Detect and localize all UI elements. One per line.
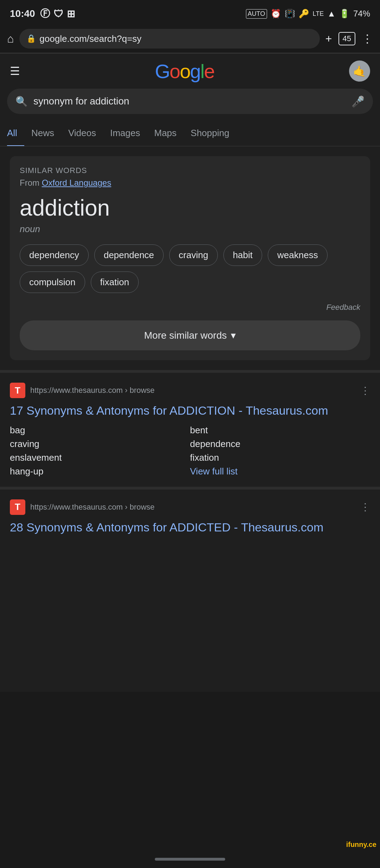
status-right-icons: AUTO ⏰ 📳 🔑 LTE ▲ 🔋 74% — [246, 9, 370, 19]
synonym-chip-dependence[interactable]: dependence — [94, 244, 164, 266]
shield-icon: 🛡 — [53, 8, 63, 20]
result-menu-icon-1[interactable]: ⋮ — [360, 385, 370, 396]
alarm-icon: ⏰ — [271, 9, 281, 19]
view-full-list-link[interactable]: View full list — [190, 466, 370, 477]
result-title-2[interactable]: 28 Synonyms & Antonyms for ADDICTED - Th… — [10, 519, 370, 536]
result-favicon-1: T — [10, 383, 25, 398]
more-similar-words-button[interactable]: More similar words ▾ — [20, 320, 360, 350]
result-source-2: T https://www.thesaurus.com › browse ⋮ — [10, 499, 370, 515]
preview-fixation[interactable]: fixation — [190, 452, 370, 463]
synonym-chip-habit[interactable]: habit — [223, 244, 262, 266]
home-icon[interactable]: ⌂ — [7, 32, 14, 45]
preview-hangup[interactable]: hang-up — [10, 466, 190, 477]
synonym-chip-weakness[interactable]: weakness — [268, 244, 328, 266]
tab-all[interactable]: All — [7, 121, 24, 146]
preview-craving[interactable]: craving — [10, 439, 190, 449]
hamburger-menu-icon[interactable]: ☰ — [10, 64, 20, 78]
app-icon: ⊞ — [67, 8, 75, 20]
tab-images[interactable]: Images — [103, 121, 147, 146]
chevron-down-icon: ▾ — [231, 330, 236, 341]
facebook-icon: Ⓕ — [40, 7, 50, 20]
result-url-2: https://www.thesaurus.com › browse — [30, 503, 360, 512]
avatar[interactable]: 🤙 — [349, 60, 370, 82]
result-2-content-placeholder — [10, 541, 370, 682]
browser-bar: ⌂ 🔒 google.com/search?q=sy + 45 ⋮ — [0, 25, 380, 53]
vibrate-icon: 📳 — [285, 9, 295, 19]
word-title: addiction — [20, 195, 360, 221]
result-favicon-2: T — [10, 499, 25, 515]
more-words-label: More similar words — [144, 330, 227, 341]
tab-videos[interactable]: Videos — [61, 121, 103, 146]
search-bar[interactable]: 🔍 synonym for addiction 🎤 — [7, 89, 373, 114]
tab-news[interactable]: News — [24, 121, 61, 146]
bottom-navigation-bar — [0, 850, 380, 868]
address-bar[interactable]: 🔒 google.com/search?q=sy — [19, 29, 320, 49]
lte-icon: LTE — [313, 10, 324, 18]
preview-bag[interactable]: bag — [10, 425, 190, 436]
lock-icon: 🔒 — [26, 34, 36, 43]
similar-words-card: SIMILAR WORDS From Oxford Languages addi… — [10, 156, 370, 360]
browser-actions: + 45 ⋮ — [325, 32, 373, 45]
preview-enslavement[interactable]: enslavement — [10, 452, 190, 463]
search-result-1: T https://www.thesaurus.com › browse ⋮ 1… — [0, 370, 380, 487]
signal-strength-icon: ▲ — [327, 9, 336, 19]
microphone-icon[interactable]: 🎤 — [352, 95, 365, 108]
preview-bent[interactable]: bent — [190, 425, 370, 436]
watermark: ifunny.ce — [346, 841, 376, 849]
search-tabs: All News Videos Images Maps Shopping — [0, 121, 380, 146]
home-indicator — [155, 858, 225, 861]
status-icons: Ⓕ 🛡 ⊞ — [40, 7, 75, 20]
status-bar: 10:40 Ⓕ 🛡 ⊞ AUTO ⏰ 📳 🔑 LTE ▲ 🔋 74% — [0, 0, 380, 25]
result-url-1: https://www.thesaurus.com › browse — [30, 386, 360, 395]
synonyms-chips: dependency dependence craving habit weak… — [20, 244, 360, 293]
result-menu-icon-2[interactable]: ⋮ — [360, 501, 370, 513]
source-link[interactable]: Oxford Languages — [42, 178, 111, 187]
key-icon: 🔑 — [299, 9, 309, 19]
section-label: SIMILAR WORDS — [20, 166, 360, 175]
feedback-link[interactable]: Feedback — [20, 303, 360, 312]
url-text: google.com/search?q=sy — [39, 33, 313, 44]
browser-menu-icon[interactable]: ⋮ — [362, 32, 373, 45]
search-result-2: T https://www.thesaurus.com › browse ⋮ 2… — [0, 487, 380, 692]
status-time: 10:40 Ⓕ 🛡 ⊞ — [10, 7, 75, 20]
tab-shopping[interactable]: Shopping — [184, 121, 236, 146]
tab-count-badge[interactable]: 45 — [338, 32, 355, 45]
part-of-speech: noun — [20, 224, 360, 235]
new-tab-icon[interactable]: + — [325, 32, 332, 45]
preview-dependence[interactable]: dependence — [190, 439, 370, 449]
synonym-chip-compulsion[interactable]: compulsion — [20, 272, 85, 293]
synonym-chip-dependency[interactable]: dependency — [20, 244, 89, 266]
search-bar-container: 🔍 synonym for addiction 🎤 — [0, 89, 380, 121]
source-prefix: From — [20, 178, 39, 187]
time-display: 10:40 — [10, 8, 35, 19]
google-header: ☰ Google 🤙 — [0, 53, 380, 89]
result-title-1[interactable]: 17 Synonyms & Antonyms for ADDICTION - T… — [10, 402, 370, 419]
source-attribution: From Oxford Languages — [20, 178, 360, 188]
result-preview-1: bag bent craving dependence enslavement … — [10, 425, 370, 477]
battery-level: 74% — [353, 9, 370, 19]
tab-maps[interactable]: Maps — [147, 121, 184, 146]
battery-icon: 🔋 — [339, 9, 350, 19]
search-query[interactable]: synonym for addiction — [33, 96, 352, 107]
main-content: SIMILAR WORDS From Oxford Languages addi… — [0, 146, 380, 370]
auto-icon: AUTO — [246, 9, 267, 19]
result-source-1: T https://www.thesaurus.com › browse ⋮ — [10, 383, 370, 398]
synonym-chip-fixation[interactable]: fixation — [91, 272, 139, 293]
google-logo: Google — [155, 60, 214, 83]
search-icon: 🔍 — [15, 96, 28, 107]
synonym-chip-craving[interactable]: craving — [169, 244, 218, 266]
